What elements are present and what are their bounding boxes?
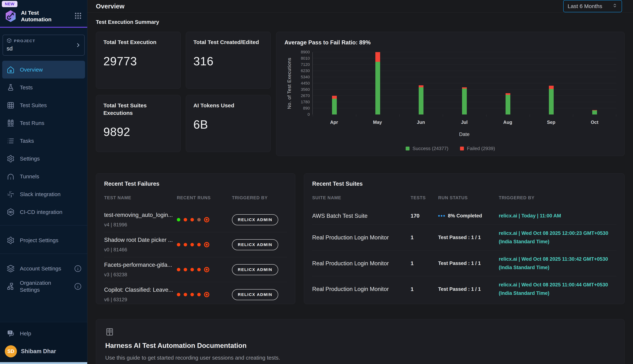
page-title: Overview xyxy=(96,2,125,10)
run-dot-red[interactable] xyxy=(197,293,201,296)
sidebar-nav: OverviewTestsTest SuitesTest RunsTasksSe… xyxy=(0,61,87,221)
bar-success-jun[interactable] xyxy=(419,87,424,114)
suite-triggered-by[interactable]: relicx.ai | Today | 11:00 AM xyxy=(499,212,616,220)
run-dot-red[interactable] xyxy=(177,268,180,271)
sidebar-item-test-suites[interactable]: Test Suites xyxy=(0,96,87,114)
run-dot-red[interactable] xyxy=(184,243,187,246)
column-header-suite-name: SUITE NAME xyxy=(312,195,411,200)
suite-run-status: Test Passed : 1 / 1 xyxy=(438,286,499,292)
sidebar-item-label: Slack integration xyxy=(20,191,84,198)
sidebar-item-organization-settings[interactable]: Organization Settings xyxy=(0,278,87,295)
svg-text:?: ? xyxy=(9,331,11,334)
run-dot-red[interactable] xyxy=(184,218,187,222)
latest-run-indicator[interactable] xyxy=(204,267,209,272)
gear-icon xyxy=(7,236,15,244)
sidebar-item-label: Tunnels xyxy=(20,173,84,180)
run-dot-red[interactable] xyxy=(177,243,180,246)
bar-failed-jun[interactable] xyxy=(419,85,424,87)
apps-grid-icon[interactable] xyxy=(74,12,82,20)
run-dot-green[interactable] xyxy=(177,218,180,222)
chart-y-axis-label: No. of Test Executions xyxy=(284,52,294,114)
app-root: NEW AI Test xyxy=(0,0,633,364)
run-dot-red[interactable] xyxy=(177,293,180,296)
info-icon[interactable] xyxy=(74,265,82,272)
suite-row[interactable]: Real Production Login Monitor1Test Passe… xyxy=(312,250,616,276)
info-icon[interactable] xyxy=(74,282,82,290)
app-logo-icon xyxy=(4,10,17,23)
avatar: SD xyxy=(5,345,17,358)
triggered-by-button[interactable]: RELICX ADMIN xyxy=(232,214,278,225)
suites-title: Recent Test Suites xyxy=(312,180,616,187)
suite-row[interactable]: Real Production Login Monitor1Test Passe… xyxy=(312,276,616,302)
sidebar-item-tests[interactable]: Tests xyxy=(0,78,87,96)
latest-run-indicator[interactable] xyxy=(204,242,209,247)
failure-row[interactable]: Shadow root Date picker ...v0 | 81466REL… xyxy=(104,232,287,257)
sidebar-item-test-runs[interactable]: Test Runs xyxy=(0,114,87,132)
suite-tests-count: 1 xyxy=(411,234,438,240)
suite-triggered-by[interactable]: relicx.ai | Wed Oct 08 2025 11:30:42 GMT… xyxy=(499,255,616,272)
chart-slot-jul xyxy=(443,52,486,114)
time-range-select[interactable]: Last 6 Months xyxy=(563,0,622,12)
run-dot-red[interactable] xyxy=(197,268,201,271)
bottom-scrollbar[interactable] xyxy=(0,362,87,364)
run-dot-red[interactable] xyxy=(190,218,194,222)
tunnel-icon xyxy=(7,172,15,180)
sidebar-item-tunnels[interactable]: Tunnels xyxy=(0,168,87,185)
suite-row[interactable]: Real Production Login Monitor1Test Passe… xyxy=(312,224,616,250)
failure-row[interactable]: Copilot: Classified: Leave...v6 | 63129R… xyxy=(104,282,287,304)
sidebar-item-project-settings[interactable]: Project Settings xyxy=(0,231,87,249)
triggered-by-button[interactable]: RELICX ADMIN xyxy=(232,289,278,300)
suite-row[interactable]: AWS Batch Test Suite1708% Completedrelic… xyxy=(312,207,616,224)
y-tick-label: 2670 xyxy=(301,94,310,98)
bar-failed-aug[interactable] xyxy=(506,93,510,95)
suite-run-status: Test Passed : 1 / 1 xyxy=(438,260,499,266)
bar-failed-may[interactable] xyxy=(375,52,380,62)
bar-success-may[interactable] xyxy=(375,62,380,114)
user-menu[interactable]: SD Shibam Dhar xyxy=(0,342,87,361)
chevron-right-icon xyxy=(75,42,81,49)
stat-card-value: 316 xyxy=(193,54,263,68)
run-dot-brown[interactable] xyxy=(197,218,201,222)
bar-failed-apr[interactable] xyxy=(332,96,337,99)
legend-swatch xyxy=(460,146,464,150)
bar-success-jul[interactable] xyxy=(462,88,467,114)
sidebar-item-settings[interactable]: Settings xyxy=(0,150,87,168)
sidebar-item-label: Organization Settings xyxy=(20,280,69,293)
failure-row[interactable]: test-removing_auto_login...v4 | 81996REL… xyxy=(104,207,287,232)
bar-failed-jul[interactable] xyxy=(462,87,467,88)
sidebar-item-help[interactable]: ? Help xyxy=(0,326,87,342)
run-dot-red[interactable] xyxy=(190,268,194,271)
bar-failed-sep[interactable] xyxy=(549,86,554,89)
legend-success[interactable]: Success (24377) xyxy=(406,146,448,151)
bar-success-oct[interactable] xyxy=(592,110,597,114)
suite-triggered-by[interactable]: relicx.ai | Wed Oct 08 2025 11:00:44 GMT… xyxy=(499,281,616,298)
sidebar-item-slack-integration[interactable]: Slack integration xyxy=(0,185,87,203)
run-dot-red[interactable] xyxy=(197,243,201,246)
sidebar-item-label: Project Settings xyxy=(20,237,84,244)
sidebar: NEW AI Test xyxy=(0,0,87,364)
sidebar-item-ci-cd-integration[interactable]: CI-CD integration xyxy=(0,203,87,221)
recent-runs xyxy=(177,292,232,297)
latest-run-indicator[interactable] xyxy=(204,217,209,222)
run-dot-red[interactable] xyxy=(190,243,194,246)
project-selector[interactable]: PROJECT sd xyxy=(3,35,85,56)
sidebar-item-tasks[interactable]: Tasks xyxy=(0,132,87,150)
run-dot-red[interactable] xyxy=(190,293,194,296)
failure-row[interactable]: Facets-performance-gitla...v3 | 63238REL… xyxy=(104,257,287,282)
y-tick-label: 8900 xyxy=(301,50,310,54)
triggered-by-button[interactable]: RELICX ADMIN xyxy=(232,264,278,275)
bar-success-aug[interactable] xyxy=(506,95,510,114)
bar-success-sep[interactable] xyxy=(549,89,554,114)
legend-failed[interactable]: Failed (2939) xyxy=(460,146,495,151)
chart-title: Average Pass to Fail Ratio: 89% xyxy=(284,39,616,46)
latest-run-indicator[interactable] xyxy=(204,292,209,297)
suite-triggered-by[interactable]: relicx.ai | Wed Oct 08 2025 12:00:23 GMT… xyxy=(499,229,616,246)
run-dot-red[interactable] xyxy=(184,268,187,271)
sidebar-item-overview[interactable]: Overview xyxy=(2,61,85,78)
bar-success-apr[interactable] xyxy=(332,99,337,114)
bar-failed-oct[interactable] xyxy=(592,110,597,111)
sidebar-item-account-settings[interactable]: Account Settings xyxy=(0,260,87,278)
chart-slot-sep xyxy=(530,52,573,114)
triggered-by-button[interactable]: RELICX ADMIN xyxy=(232,239,278,250)
run-dot-red[interactable] xyxy=(184,293,187,296)
